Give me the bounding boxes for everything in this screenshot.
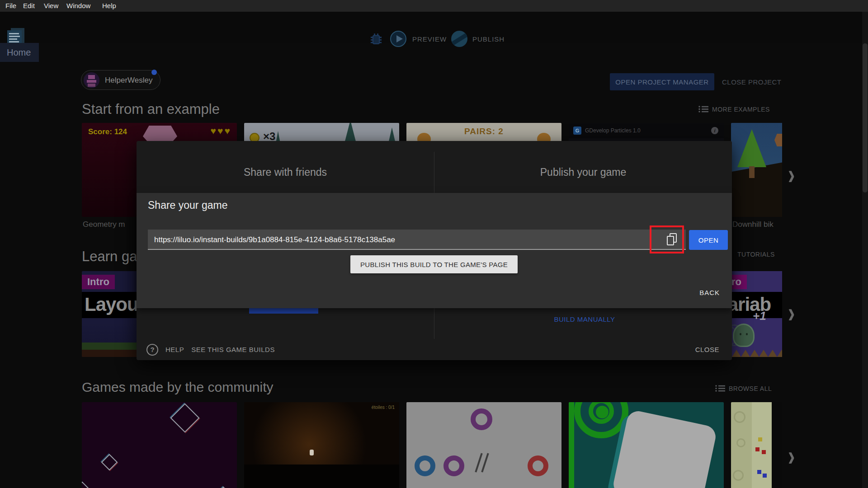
hearts-icon: ♥♥♥ (211, 126, 231, 136)
user-name: HelperWesley (105, 70, 153, 90)
stars-counter: étoiles : 0/1 (372, 405, 395, 410)
scrollbar (862, 12, 868, 488)
examples-title: Start from an example (82, 101, 220, 117)
debug-icon[interactable] (368, 32, 384, 47)
menu-window[interactable]: Window (66, 0, 90, 12)
green-bar (569, 402, 574, 488)
pixel-sprite-red (762, 450, 766, 454)
avatar (84, 72, 99, 88)
tutorial-title: Layou (85, 294, 138, 315)
slope-shape (731, 123, 782, 217)
browse-all-button[interactable]: BROWSE ALL (715, 385, 772, 392)
menu-view[interactable]: View (44, 0, 58, 12)
pale-column (752, 402, 772, 488)
pixel-sprite-yellow (758, 437, 762, 441)
build-url-input[interactable] (148, 230, 686, 250)
community-card-teal[interactable] (569, 402, 724, 488)
pale-strip (731, 402, 752, 488)
avatar-pixel-legs (88, 84, 95, 87)
back-button[interactable]: BACK (699, 289, 720, 296)
intro-badge: Intro (82, 275, 115, 289)
gdevelop-logo-icon: G (573, 127, 581, 135)
help-button[interactable]: HELP (165, 346, 184, 353)
faint-ring (733, 470, 744, 481)
panel-title: Share your game (148, 199, 227, 211)
pixel-sprite-blue (763, 474, 767, 478)
publish-globe-icon[interactable] (451, 31, 467, 47)
share-your-game-panel: Share your game OPEN PUBLISH THIS BUILD … (137, 193, 732, 308)
community-card-pixel[interactable] (731, 402, 782, 488)
more-examples-button[interactable]: MORE EXAMPLES (698, 105, 770, 113)
community-cards-row: étoiles : 0/1 (82, 402, 782, 488)
example-card-downhill-bike[interactable]: G (731, 123, 782, 217)
annotation-highlight-box (650, 225, 684, 253)
learn-title: Learn ga (82, 249, 137, 265)
particles-title: GDevelop Particles 1.0 (585, 123, 641, 138)
user-chip[interactable]: HelperWesley (81, 70, 160, 90)
toolbar: PREVIEW PUBLISH (0, 12, 868, 43)
close-project-button[interactable]: CLOSE PROJECT (722, 73, 782, 90)
app-window: File Edit View Window Help PREVIEW PUBLI… (0, 0, 868, 488)
dialog-footer: ? HELP SEE THIS GAME BUILDS CLOSE (137, 339, 732, 360)
menu-edit[interactable]: Edit (23, 0, 35, 12)
ring-purple (443, 455, 464, 476)
card-label-downhill: Downhill bik (732, 220, 774, 229)
menu-file[interactable]: File (5, 0, 16, 12)
preview-button[interactable]: PREVIEW (412, 35, 447, 43)
tutorials-button[interactable]: TUTORIALS (737, 251, 775, 258)
menu-help[interactable]: Help (102, 0, 116, 12)
tab-indicator (249, 308, 318, 314)
faint-ring (734, 411, 745, 423)
share-dialog: Share with friends Publish your game BUI… (137, 141, 732, 360)
diamond-shape (101, 454, 118, 471)
green-dot (596, 406, 609, 418)
build-manually-link[interactable]: BUILD MANUALLY (554, 315, 615, 323)
tutorials-label: TUTORIALS (737, 251, 775, 258)
diamond-shape (82, 482, 92, 488)
ring-purple (471, 408, 492, 430)
ghost-character (733, 324, 755, 347)
see-game-builds-button[interactable]: SEE THIS GAME BUILDS (191, 346, 275, 353)
publish-build-button[interactable]: PUBLISH THIS BUILD TO THE GAME'S PAGE (350, 255, 518, 273)
more-examples-label: MORE EXAMPLES (712, 106, 770, 113)
list-icon (715, 385, 725, 392)
diamond-shape (170, 403, 199, 432)
community-card-shapes[interactable] (82, 402, 237, 488)
diamond-shape (215, 487, 232, 488)
ring-red (528, 455, 548, 476)
menu-bar: File Edit View Window Help (0, 0, 868, 12)
pixel-sprite-blue (757, 470, 761, 474)
particles-header: G GDevelop Particles 1.0 i (569, 123, 724, 138)
ring-blue (415, 455, 435, 476)
browse-all-label: BROWSE ALL (729, 385, 772, 392)
open-project-manager-button[interactable]: OPEN PROJECT MANAGER (610, 73, 714, 90)
notification-dot (151, 70, 157, 75)
tiny-character (310, 450, 314, 455)
community-card-night[interactable]: étoiles : 0/1 (244, 402, 399, 488)
ground-silhouette (244, 465, 399, 488)
close-button[interactable]: CLOSE (695, 346, 719, 353)
community-card-rings[interactable] (406, 402, 561, 488)
plus-one-text: +1 (753, 309, 766, 323)
score-text: Score: 124 (88, 127, 127, 136)
chevron-right-icon[interactable]: › (788, 160, 795, 188)
chevron-right-icon[interactable]: › (788, 441, 795, 469)
community-title: Games made by the community (82, 380, 274, 395)
tree-shape (737, 129, 766, 167)
card-label-geometry: Geometry m (83, 220, 125, 229)
scrollbar-thumb[interactable] (863, 43, 868, 192)
trunk-shape (749, 166, 755, 178)
tab-home[interactable]: Home (0, 43, 39, 62)
open-build-button[interactable]: OPEN (689, 230, 728, 250)
pixel-sprite-red (755, 447, 760, 451)
preview-play-icon[interactable] (390, 31, 406, 47)
faint-ring (736, 438, 745, 447)
info-icon[interactable]: i (711, 127, 718, 134)
slash-shape (481, 453, 489, 472)
chevron-right-icon[interactable]: › (788, 298, 795, 326)
wooden-sign: G (774, 134, 782, 146)
tab-share-with-friends[interactable]: Share with friends (137, 152, 434, 193)
help-icon[interactable]: ? (146, 344, 158, 356)
publish-button[interactable]: PUBLISH (472, 35, 505, 43)
tab-publish-your-game[interactable]: Publish your game (434, 152, 732, 193)
